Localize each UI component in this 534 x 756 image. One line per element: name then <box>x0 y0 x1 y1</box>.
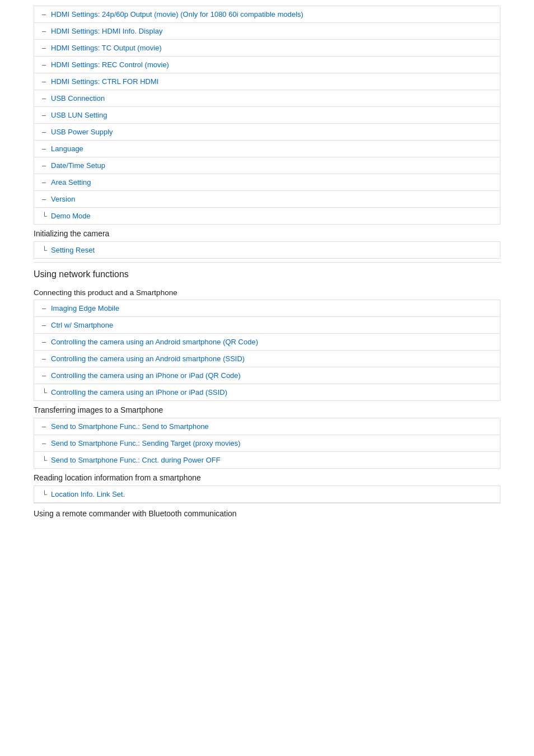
nav-link[interactable]: HDMI Settings: TC Output (movie) <box>51 44 162 52</box>
list-item[interactable]: Setting Reset <box>34 242 500 259</box>
network-section-title: Using network functions <box>34 262 500 284</box>
nav-link[interactable]: Send to Smartphone Func.: Cnct. during P… <box>51 456 221 464</box>
nav-link[interactable]: Controlling the camera using an iPhone o… <box>51 388 227 396</box>
transferring-list: Send to Smartphone Func.: Send to Smartp… <box>34 418 500 469</box>
nav-link[interactable]: USB Power Supply <box>51 128 113 136</box>
nav-link[interactable]: HDMI Settings: CTRL FOR HDMI <box>51 77 158 86</box>
nav-link[interactable]: Version <box>51 195 75 203</box>
list-item[interactable]: Controlling the camera using an iPhone o… <box>34 384 500 401</box>
nav-link[interactable]: Ctrl w/ Smartphone <box>51 321 113 329</box>
nav-link[interactable]: Area Setting <box>51 178 91 186</box>
list-item[interactable]: Imaging Edge Mobile <box>34 300 500 317</box>
location-section-title: Reading location information from a smar… <box>34 469 500 486</box>
nav-link[interactable]: Controlling the camera using an Android … <box>51 338 258 346</box>
list-item[interactable]: Language <box>34 141 500 157</box>
list-item[interactable]: HDMI Settings: CTRL FOR HDMI <box>34 73 500 90</box>
list-item[interactable]: Location Info. Link Set. <box>34 486 500 503</box>
connecting-list: Imaging Edge MobileCtrl w/ SmartphoneCon… <box>34 300 500 401</box>
nav-link[interactable]: HDMI Settings: HDMI Info. Display <box>51 27 162 35</box>
nav-link[interactable]: Date/Time Setup <box>51 161 105 170</box>
nav-link[interactable]: Setting Reset <box>51 246 95 254</box>
list-item[interactable]: Controlling the camera using an Android … <box>34 334 500 351</box>
list-item[interactable]: USB Connection <box>34 90 500 107</box>
nav-link[interactable]: Imaging Edge Mobile <box>51 304 119 312</box>
initializing-list: Setting Reset <box>34 241 500 259</box>
list-item[interactable]: HDMI Settings: HDMI Info. Display <box>34 23 500 40</box>
nav-link[interactable]: Controlling the camera using an iPhone o… <box>51 371 241 380</box>
nav-link[interactable]: Send to Smartphone Func.: Send to Smartp… <box>51 422 209 431</box>
nav-link[interactable]: Controlling the camera using an Android … <box>51 354 245 363</box>
list-item[interactable]: Date/Time Setup <box>34 157 500 174</box>
initializing-section-title: Initializing the camera <box>34 225 500 241</box>
list-item[interactable]: Send to Smartphone Func.: Send to Smartp… <box>34 418 500 435</box>
list-item[interactable]: Controlling the camera using an Android … <box>34 351 500 367</box>
setup-items-list: HDMI Settings: 24p/60p Output (movie) (O… <box>34 6 500 225</box>
nav-link[interactable]: HDMI Settings: 24p/60p Output (movie) (O… <box>51 10 303 18</box>
list-item[interactable]: HDMI Settings: TC Output (movie) <box>34 40 500 57</box>
list-item[interactable]: Version <box>34 191 500 208</box>
nav-link[interactable]: HDMI Settings: REC Control (movie) <box>51 60 169 69</box>
list-item[interactable]: HDMI Settings: 24p/60p Output (movie) (O… <box>34 6 500 23</box>
location-list: Location Info. Link Set. <box>34 486 500 503</box>
nav-link[interactable]: USB Connection <box>51 94 105 102</box>
list-item[interactable]: Area Setting <box>34 174 500 191</box>
list-item[interactable]: Controlling the camera using an iPhone o… <box>34 367 500 384</box>
transferring-section-title: Transferring images to a Smartphone <box>34 401 500 418</box>
list-item[interactable]: USB Power Supply <box>34 124 500 141</box>
list-item[interactable]: Demo Mode <box>34 208 500 225</box>
nav-link[interactable]: Language <box>51 144 83 153</box>
nav-link[interactable]: Send to Smartphone Func.: Sending Target… <box>51 439 241 447</box>
list-item[interactable]: HDMI Settings: REC Control (movie) <box>34 57 500 73</box>
connecting-section-title: Connecting this product and a Smartphone <box>34 284 500 300</box>
nav-link[interactable]: Demo Mode <box>51 212 91 220</box>
remote-section-title: Using a remote commander with Bluetooth … <box>34 503 500 521</box>
nav-link[interactable]: USB LUN Setting <box>51 111 107 119</box>
list-item[interactable]: Send to Smartphone Func.: Cnct. during P… <box>34 452 500 469</box>
list-item[interactable]: USB LUN Setting <box>34 107 500 124</box>
list-item[interactable]: Send to Smartphone Func.: Sending Target… <box>34 435 500 452</box>
list-item[interactable]: Ctrl w/ Smartphone <box>34 317 500 334</box>
nav-link[interactable]: Location Info. Link Set. <box>51 490 125 498</box>
main-container: HDMI Settings: 24p/60p Output (movie) (O… <box>0 0 534 527</box>
